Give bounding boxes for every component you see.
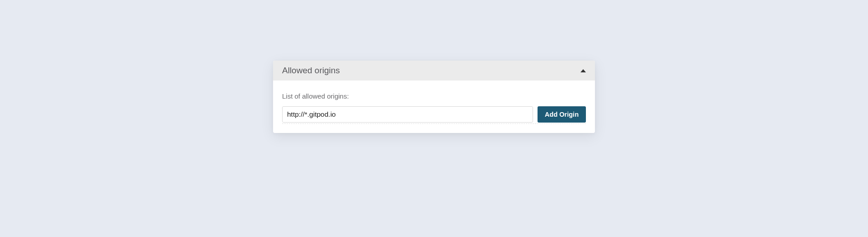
allowed-origins-panel: Allowed origins List of allowed origins:… [273, 61, 595, 133]
panel-body: List of allowed origins: Add Origin [273, 81, 595, 133]
list-label: List of allowed origins: [282, 92, 586, 100]
collapse-up-icon [580, 69, 586, 72]
panel-title: Allowed origins [282, 66, 340, 76]
add-origin-button[interactable]: Add Origin [538, 106, 586, 123]
input-underline [282, 123, 586, 124]
origin-input[interactable] [282, 106, 533, 123]
origin-input-row: Add Origin [282, 106, 586, 123]
panel-header[interactable]: Allowed origins [273, 61, 595, 81]
